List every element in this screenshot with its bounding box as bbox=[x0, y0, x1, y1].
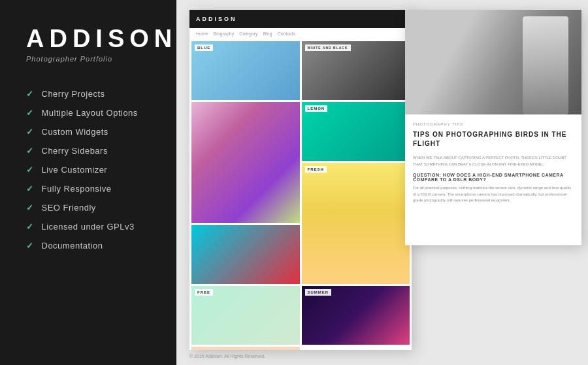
blog-title: TIPS ON PHOTOGRAPHING BIRDS IN THE FLIGH… bbox=[413, 130, 574, 148]
grid-cell-summer[interactable]: SUMMER bbox=[302, 286, 410, 345]
feature-item: ✓Multiple Layout Options bbox=[26, 108, 157, 118]
blog-subheading: QUESTION: HOW DOES A HIGH-END SMARTPHONE… bbox=[413, 173, 574, 182]
blog-preview: Photography Tips TIPS ON PHOTOGRAPHING B… bbox=[405, 10, 581, 245]
check-icon: ✓ bbox=[26, 222, 34, 232]
features-list: ✓Cherry Projects✓Multiple Layout Options… bbox=[26, 89, 157, 251]
nav-contacts[interactable]: Contacts bbox=[278, 31, 296, 36]
left-panel: ADDISON Photographer Portfolio ✓Cherry P… bbox=[0, 0, 176, 365]
portfolio-preview: ADDISON Home Biography Category Blog Con… bbox=[189, 10, 412, 350]
portfolio-nav: Home Biography Category Blog Contacts bbox=[189, 28, 412, 39]
feature-item: ✓Live Customizer bbox=[26, 165, 157, 175]
feature-label: Live Customizer bbox=[42, 165, 108, 175]
feature-item: ✓Fully Responsive bbox=[26, 184, 157, 194]
feature-label: Cherry Sidebars bbox=[42, 146, 108, 156]
nav-category[interactable]: Category bbox=[239, 31, 257, 36]
grid-cell-cyan[interactable] bbox=[191, 225, 300, 284]
right-panel: ADDISON Home Biography Category Blog Con… bbox=[176, 0, 588, 365]
grid-cell-fresh[interactable]: FRESH bbox=[302, 163, 410, 284]
grid-cell-peach[interactable] bbox=[191, 347, 300, 350]
check-icon: ✓ bbox=[26, 241, 34, 251]
blog-body2: For all practical purposes, nothing matc… bbox=[413, 185, 574, 204]
grid-cell-bw[interactable]: WHITE AND BLACK bbox=[302, 41, 410, 100]
nav-blog[interactable]: Blog bbox=[263, 31, 272, 36]
feature-item: ✓Licensed under GPLv3 bbox=[26, 222, 157, 232]
feature-item: ✓Documentation bbox=[26, 241, 157, 251]
feature-label: Cherry Projects bbox=[42, 89, 105, 99]
nav-home[interactable]: Home bbox=[196, 31, 208, 36]
portfolio-grid: BLUE WHITE AND BLACK LEMON FRESH bbox=[189, 39, 412, 350]
check-icon: ✓ bbox=[26, 108, 34, 118]
blog-label: Photography Tips bbox=[413, 122, 574, 126]
feature-item: ✓Custom Widgets bbox=[26, 127, 157, 137]
blog-content-area: Photography Tips TIPS ON PHOTOGRAPHING B… bbox=[405, 114, 581, 217]
grid-cell-blue[interactable]: BLUE bbox=[191, 41, 300, 100]
check-icon: ✓ bbox=[26, 165, 34, 175]
check-icon: ✓ bbox=[26, 89, 34, 99]
feature-label: Documentation bbox=[42, 241, 103, 251]
blog-body: WHEN WE TALK ABOUT CAPTURING A PERFECT P… bbox=[413, 155, 574, 167]
check-icon: ✓ bbox=[26, 184, 34, 194]
feature-label: Custom Widgets bbox=[42, 127, 108, 137]
feature-label: Licensed under GPLv3 bbox=[42, 222, 135, 232]
check-icon: ✓ bbox=[26, 203, 34, 213]
feature-label: Fully Responsive bbox=[42, 184, 112, 194]
brand-title: ADDISON bbox=[26, 26, 157, 51]
feature-item: ✓Cherry Sidebars bbox=[26, 146, 157, 156]
footer-credit: © 2015 Addison. All Rights Reserved. bbox=[189, 354, 265, 358]
check-icon: ✓ bbox=[26, 127, 34, 137]
feature-label: SEO Friendly bbox=[42, 203, 96, 213]
grid-cell-pink[interactable] bbox=[191, 102, 300, 223]
check-icon: ✓ bbox=[26, 146, 34, 156]
nav-biography[interactable]: Biography bbox=[214, 31, 235, 36]
portfolio-header-title: ADDISON bbox=[196, 16, 237, 22]
brand-subtitle: Photographer Portfolio bbox=[26, 55, 157, 63]
feature-label: Multiple Layout Options bbox=[42, 108, 138, 118]
feature-item: ✓Cherry Projects bbox=[26, 89, 157, 99]
grid-cell-lemon[interactable]: LEMON bbox=[302, 102, 410, 161]
blog-image-area bbox=[405, 10, 581, 114]
grid-cell-free[interactable]: FREE bbox=[191, 286, 300, 345]
portfolio-header: ADDISON bbox=[189, 10, 412, 28]
feature-item: ✓SEO Friendly bbox=[26, 203, 157, 213]
